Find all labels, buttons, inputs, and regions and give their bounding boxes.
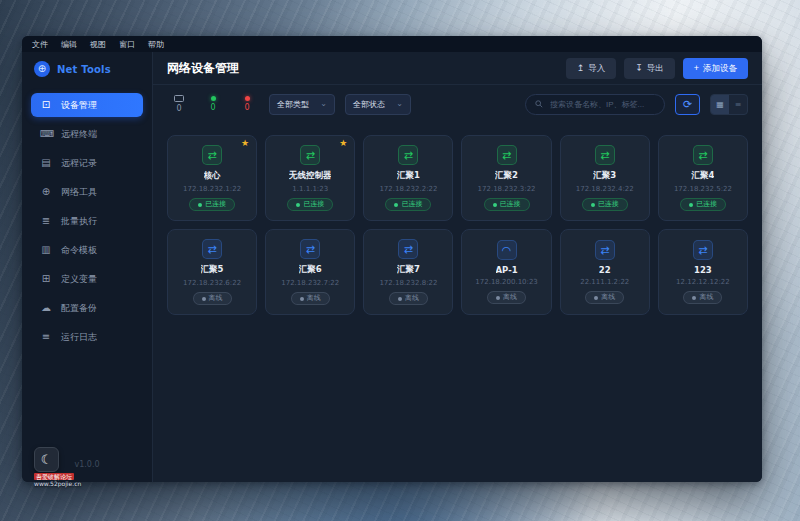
- status-dot-icon: [689, 203, 693, 207]
- devices-count-icon: [174, 95, 184, 102]
- sidebar-nav-item[interactable]: ≡ 运行日志: [31, 325, 143, 349]
- sidebar-item-label: 批量执行: [61, 215, 97, 228]
- stat-online-devices: 0: [201, 96, 225, 112]
- main-panel: 网络设备管理 ↥ 导入 ↧ 导出 + 添加设备: [153, 52, 762, 482]
- switch-icon: ⇄: [693, 240, 713, 260]
- sidebar-nav: ⊡ 设备管理 ⌨ 远程终端 ▤ 远程记录 ⊕ 网络工具 ≣ 批量执行 ▥ 命令模…: [22, 93, 152, 349]
- device-name: 汇聚6: [299, 264, 322, 276]
- sidebar-item-label: 命令模板: [61, 244, 97, 257]
- plus-icon: +: [694, 64, 699, 73]
- import-button[interactable]: ↥ 导入: [566, 58, 617, 79]
- status-dot-icon: [398, 297, 402, 301]
- net-tools-logo-icon: ⊕: [34, 61, 50, 77]
- device-name: 汇聚4: [691, 170, 714, 182]
- grid-view-button[interactable]: ▦: [711, 95, 729, 114]
- search-icon: [535, 100, 543, 108]
- add-device-button[interactable]: + 添加设备: [683, 58, 748, 79]
- total-devices-count: 0: [176, 105, 181, 113]
- device-card[interactable]: ★ ⇄ 核心 172.18.232.1:22 已连接: [167, 135, 257, 221]
- list-view-button[interactable]: ≡: [729, 95, 747, 114]
- star-icon: ★: [339, 139, 347, 148]
- sidebar-nav-item[interactable]: ⊡ 设备管理: [31, 93, 143, 117]
- sidebar: ⊕ Net Tools ⊡ 设备管理 ⌨ 远程终端 ▤ 远程记录 ⊕ 网络工具 …: [22, 52, 153, 482]
- sidebar-nav-item[interactable]: ⌨ 远程终端: [31, 122, 143, 146]
- device-name: 无线控制器: [289, 170, 332, 182]
- wifi-icon: ◠: [497, 240, 517, 260]
- device-address: 172.18.232.8:22: [379, 279, 437, 287]
- star-icon: ★: [241, 139, 249, 148]
- status-dot-icon: [394, 203, 398, 207]
- menu-item[interactable]: 编辑: [61, 39, 77, 50]
- app-brand-name: Net Tools: [57, 64, 111, 75]
- device-status-badge: 离线: [585, 291, 624, 304]
- device-status-badge: 已连接: [189, 198, 235, 211]
- header-actions: ↥ 导入 ↧ 导出 + 添加设备: [566, 58, 748, 79]
- device-card[interactable]: ★ ⇄ 无线控制器 1.1.1.1:23 已连接: [265, 135, 355, 221]
- device-status-badge: 已连接: [582, 198, 628, 211]
- device-address: 172.18.232.7:22: [281, 279, 339, 287]
- sidebar-nav-item[interactable]: ≣ 批量执行: [31, 209, 143, 233]
- device-card[interactable]: ★ ⇄ 22 22.111.1.2:22 离线: [560, 229, 650, 315]
- status-dot-icon: [591, 203, 595, 207]
- device-address: 172.18.232.1:22: [183, 185, 241, 193]
- main-header: 网络设备管理 ↥ 导入 ↧ 导出 + 添加设备: [153, 52, 762, 85]
- status-label: 离线: [405, 295, 419, 302]
- device-card[interactable]: ★ ⇄ 汇聚4 172.18.232.5:22 已连接: [658, 135, 748, 221]
- sidebar-nav-item[interactable]: ⊕ 网络工具: [31, 180, 143, 204]
- menu-bar: 文件编辑视图窗口帮助: [22, 36, 762, 52]
- device-name: AP-1: [496, 265, 518, 275]
- status-filter-select[interactable]: 全部状态 ⌄: [345, 94, 411, 115]
- status-label: 离线: [699, 294, 713, 301]
- device-card[interactable]: ★ ⇄ 汇聚2 172.18.232.3:22 已连接: [461, 135, 551, 221]
- sidebar-nav-item[interactable]: ⊞ 定义变量: [31, 267, 143, 291]
- menu-item[interactable]: 视图: [90, 39, 106, 50]
- terminal-icon: ⌨: [40, 129, 52, 139]
- status-label: 已连接: [598, 201, 619, 208]
- sidebar-item-label: 网络工具: [61, 186, 97, 199]
- sidebar-nav-item[interactable]: ▤ 远程记录: [31, 151, 143, 175]
- search-input[interactable]: [548, 99, 655, 110]
- device-card[interactable]: ★ ⇄ 汇聚1 172.18.232.2:22 已连接: [363, 135, 453, 221]
- offline-dot-icon: [245, 96, 250, 101]
- sidebar-nav-item[interactable]: ☁ 配置备份: [31, 296, 143, 320]
- view-mode-toggle: ▦ ≡: [710, 94, 748, 115]
- device-status-badge: 已连接: [680, 198, 726, 211]
- device-card[interactable]: ★ ⇄ 123 12.12.12.12:22 离线: [658, 229, 748, 315]
- grid-view-icon: ▦: [716, 100, 724, 109]
- device-card[interactable]: ★ ◠ AP-1 172.18.200.10:23 离线: [461, 229, 551, 315]
- status-label: 离线: [503, 294, 517, 301]
- status-dot-icon: [198, 203, 202, 207]
- type-filter-select[interactable]: 全部类型 ⌄: [269, 94, 335, 115]
- menu-item[interactable]: 文件: [32, 39, 48, 50]
- device-card[interactable]: ★ ⇄ 汇聚3 172.18.232.4:22 已连接: [560, 135, 650, 221]
- page-title: 网络设备管理: [167, 60, 239, 77]
- sidebar-nav-item[interactable]: ▥ 命令模板: [31, 238, 143, 262]
- export-icon: ↧: [635, 64, 643, 73]
- chevron-down-icon: ⌄: [396, 100, 403, 108]
- switch-icon: ⇄: [398, 239, 418, 259]
- device-name: 汇聚7: [397, 264, 420, 276]
- stat-total-devices: 0: [167, 95, 191, 113]
- device-status-badge: 离线: [487, 291, 526, 304]
- menu-item[interactable]: 帮助: [148, 39, 164, 50]
- log-icon: ≡: [40, 332, 52, 342]
- device-name: 汇聚3: [593, 170, 616, 182]
- device-address: 172.18.232.5:22: [674, 185, 732, 193]
- status-dot-icon: [300, 297, 304, 301]
- device-address: 172.18.232.2:22: [379, 185, 437, 193]
- switch-icon: ⇄: [202, 239, 222, 259]
- menu-item[interactable]: 窗口: [119, 39, 135, 50]
- status-dot-icon: [594, 296, 598, 300]
- device-card[interactable]: ★ ⇄ 汇聚6 172.18.232.7:22 离线: [265, 229, 355, 315]
- sidebar-item-label: 配置备份: [61, 302, 97, 315]
- export-button[interactable]: ↧ 导出: [624, 58, 675, 79]
- switch-icon: ⇄: [595, 240, 615, 260]
- app-brand: ⊕ Net Tools: [22, 52, 152, 85]
- desktop-wallpaper: 文件编辑视图窗口帮助 ⊕ Net Tools ⊡ 设备管理 ⌨ 远程终端 ▤ 远…: [0, 0, 800, 521]
- refresh-button[interactable]: ⟳: [675, 94, 700, 115]
- device-card[interactable]: ★ ⇄ 汇聚5 172.18.232.6:22 离线: [167, 229, 257, 315]
- device-address: 172.18.232.3:22: [478, 185, 536, 193]
- template-doc-icon: ▥: [40, 245, 52, 255]
- clipboard-icon: ▤: [40, 158, 52, 168]
- device-card[interactable]: ★ ⇄ 汇聚7 172.18.232.8:22 离线: [363, 229, 453, 315]
